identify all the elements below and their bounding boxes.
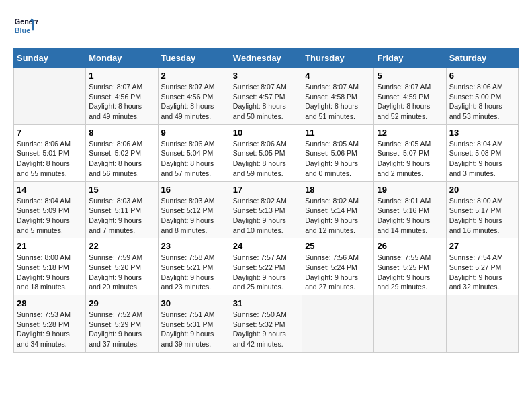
weekday-header: Saturday — [446, 49, 518, 68]
day-number: 15 — [89, 185, 154, 195]
day-number: 26 — [377, 241, 443, 251]
weekday-header: Tuesday — [158, 49, 230, 68]
weekday-header: Friday — [374, 49, 446, 68]
day-number: 2 — [161, 71, 227, 81]
svg-text:Blue: Blue — [15, 26, 30, 34]
calendar-cell: 19Sunrise: 8:01 AMSunset: 5:16 PMDayligh… — [374, 181, 446, 238]
cell-details: Sunrise: 8:05 AMSunset: 5:06 PMDaylight:… — [305, 139, 371, 179]
calendar-week-row: 7Sunrise: 8:06 AMSunset: 5:01 PMDaylight… — [14, 124, 519, 181]
cell-details: Sunrise: 8:06 AMSunset: 5:00 PMDaylight:… — [449, 82, 515, 122]
calendar-cell: 11Sunrise: 8:05 AMSunset: 5:06 PMDayligh… — [302, 124, 374, 181]
day-number: 9 — [161, 128, 227, 138]
day-number: 5 — [377, 71, 443, 81]
calendar-cell: 20Sunrise: 8:00 AMSunset: 5:17 PMDayligh… — [446, 181, 518, 238]
cell-details: Sunrise: 7:51 AMSunset: 5:31 PMDaylight:… — [161, 310, 227, 349]
cell-details: Sunrise: 8:02 AMSunset: 5:13 PMDaylight:… — [233, 196, 299, 236]
cell-details: Sunrise: 7:55 AMSunset: 5:25 PMDaylight:… — [377, 253, 443, 292]
day-number: 12 — [377, 128, 443, 138]
calendar-cell: 4Sunrise: 8:07 AMSunset: 4:58 PMDaylight… — [302, 68, 374, 125]
calendar-cell: 5Sunrise: 8:07 AMSunset: 4:59 PMDaylight… — [374, 68, 446, 125]
calendar-cell: 24Sunrise: 7:57 AMSunset: 5:22 PMDayligh… — [230, 238, 302, 295]
cell-details: Sunrise: 8:02 AMSunset: 5:14 PMDaylight:… — [305, 196, 371, 236]
calendar-cell: 3Sunrise: 8:07 AMSunset: 4:57 PMDaylight… — [230, 68, 302, 125]
calendar-cell: 12Sunrise: 8:05 AMSunset: 5:07 PMDayligh… — [374, 124, 446, 181]
cell-details: Sunrise: 8:04 AMSunset: 5:08 PMDaylight:… — [449, 139, 515, 179]
calendar-cell: 7Sunrise: 8:06 AMSunset: 5:01 PMDaylight… — [14, 124, 86, 181]
cell-details: Sunrise: 8:06 AMSunset: 5:01 PMDaylight:… — [17, 139, 83, 179]
day-number: 31 — [233, 298, 299, 308]
weekday-header: Thursday — [302, 49, 374, 68]
calendar-cell: 8Sunrise: 8:06 AMSunset: 5:02 PMDaylight… — [86, 124, 158, 181]
calendar-week-row: 28Sunrise: 7:53 AMSunset: 5:28 PMDayligh… — [14, 295, 519, 353]
day-number: 16 — [161, 185, 227, 195]
day-number: 3 — [233, 71, 299, 81]
calendar-cell: 16Sunrise: 8:03 AMSunset: 5:12 PMDayligh… — [158, 181, 230, 238]
calendar-cell: 9Sunrise: 8:06 AMSunset: 5:04 PMDaylight… — [158, 124, 230, 181]
cell-details: Sunrise: 8:07 AMSunset: 4:58 PMDaylight:… — [305, 82, 371, 122]
calendar-cell: 26Sunrise: 7:55 AMSunset: 5:25 PMDayligh… — [374, 238, 446, 295]
calendar-cell: 29Sunrise: 7:52 AMSunset: 5:29 PMDayligh… — [86, 295, 158, 353]
page-header: General Blue — [13, 13, 519, 38]
day-number: 24 — [233, 241, 299, 251]
cell-details: Sunrise: 8:03 AMSunset: 5:11 PMDaylight:… — [89, 196, 154, 236]
cell-details: Sunrise: 7:57 AMSunset: 5:22 PMDaylight:… — [233, 253, 299, 292]
cell-details: Sunrise: 8:00 AMSunset: 5:18 PMDaylight:… — [17, 253, 83, 292]
logo: General Blue — [13, 13, 38, 38]
cell-details: Sunrise: 8:04 AMSunset: 5:09 PMDaylight:… — [17, 196, 83, 236]
calendar-cell: 25Sunrise: 7:56 AMSunset: 5:24 PMDayligh… — [302, 238, 374, 295]
calendar-cell — [14, 68, 86, 125]
cell-details: Sunrise: 7:58 AMSunset: 5:21 PMDaylight:… — [161, 253, 227, 292]
cell-details: Sunrise: 8:00 AMSunset: 5:17 PMDaylight:… — [449, 196, 515, 236]
calendar-cell: 13Sunrise: 8:04 AMSunset: 5:08 PMDayligh… — [446, 124, 518, 181]
cell-details: Sunrise: 8:07 AMSunset: 4:57 PMDaylight:… — [233, 82, 299, 122]
day-number: 22 — [89, 241, 154, 251]
day-number: 4 — [305, 71, 371, 81]
day-number: 7 — [17, 128, 83, 138]
calendar-cell — [374, 295, 446, 353]
cell-details: Sunrise: 8:06 AMSunset: 5:05 PMDaylight:… — [233, 139, 299, 179]
svg-text:General: General — [15, 17, 38, 26]
cell-details: Sunrise: 7:59 AMSunset: 5:20 PMDaylight:… — [89, 253, 154, 292]
cell-details: Sunrise: 7:53 AMSunset: 5:28 PMDaylight:… — [17, 310, 83, 349]
calendar-cell — [446, 295, 518, 353]
calendar-cell: 2Sunrise: 8:07 AMSunset: 4:56 PMDaylight… — [158, 68, 230, 125]
cell-details: Sunrise: 8:06 AMSunset: 5:02 PMDaylight:… — [89, 139, 154, 179]
day-number: 28 — [17, 298, 83, 308]
calendar-cell: 1Sunrise: 8:07 AMSunset: 4:56 PMDaylight… — [86, 68, 158, 125]
day-number: 19 — [377, 185, 443, 195]
calendar-cell: 21Sunrise: 8:00 AMSunset: 5:18 PMDayligh… — [14, 238, 86, 295]
day-number: 21 — [17, 241, 83, 251]
day-number: 11 — [305, 128, 371, 138]
day-number: 20 — [449, 185, 515, 195]
calendar-cell: 14Sunrise: 8:04 AMSunset: 5:09 PMDayligh… — [14, 181, 86, 238]
logo-icon: General Blue — [13, 13, 38, 38]
day-number: 1 — [89, 71, 154, 81]
cell-details: Sunrise: 8:01 AMSunset: 5:16 PMDaylight:… — [377, 196, 443, 236]
cell-details: Sunrise: 7:50 AMSunset: 5:32 PMDaylight:… — [233, 310, 299, 349]
calendar-cell: 28Sunrise: 7:53 AMSunset: 5:28 PMDayligh… — [14, 295, 86, 353]
day-number: 29 — [89, 298, 154, 308]
calendar-body: 1Sunrise: 8:07 AMSunset: 4:56 PMDaylight… — [14, 68, 519, 353]
calendar-cell: 18Sunrise: 8:02 AMSunset: 5:14 PMDayligh… — [302, 181, 374, 238]
calendar-week-row: 1Sunrise: 8:07 AMSunset: 4:56 PMDaylight… — [14, 68, 519, 125]
cell-details: Sunrise: 7:52 AMSunset: 5:29 PMDaylight:… — [89, 310, 154, 349]
cell-details: Sunrise: 8:05 AMSunset: 5:07 PMDaylight:… — [377, 139, 443, 179]
calendar-cell: 31Sunrise: 7:50 AMSunset: 5:32 PMDayligh… — [230, 295, 302, 353]
calendar-cell: 23Sunrise: 7:58 AMSunset: 5:21 PMDayligh… — [158, 238, 230, 295]
day-number: 30 — [161, 298, 227, 308]
day-number: 23 — [161, 241, 227, 251]
calendar-week-row: 14Sunrise: 8:04 AMSunset: 5:09 PMDayligh… — [14, 181, 519, 238]
calendar-cell: 30Sunrise: 7:51 AMSunset: 5:31 PMDayligh… — [158, 295, 230, 353]
day-number: 17 — [233, 185, 299, 195]
cell-details: Sunrise: 7:56 AMSunset: 5:24 PMDaylight:… — [305, 253, 371, 292]
calendar-table: SundayMondayTuesdayWednesdayThursdayFrid… — [13, 48, 519, 353]
calendar-cell — [302, 295, 374, 353]
day-number: 10 — [233, 128, 299, 138]
cell-details: Sunrise: 8:03 AMSunset: 5:12 PMDaylight:… — [161, 196, 227, 236]
calendar-header-row: SundayMondayTuesdayWednesdayThursdayFrid… — [14, 49, 519, 68]
calendar-cell: 6Sunrise: 8:06 AMSunset: 5:00 PMDaylight… — [446, 68, 518, 125]
calendar-cell: 10Sunrise: 8:06 AMSunset: 5:05 PMDayligh… — [230, 124, 302, 181]
cell-details: Sunrise: 8:07 AMSunset: 4:56 PMDaylight:… — [89, 82, 154, 122]
calendar-cell: 15Sunrise: 8:03 AMSunset: 5:11 PMDayligh… — [86, 181, 158, 238]
calendar-cell: 17Sunrise: 8:02 AMSunset: 5:13 PMDayligh… — [230, 181, 302, 238]
